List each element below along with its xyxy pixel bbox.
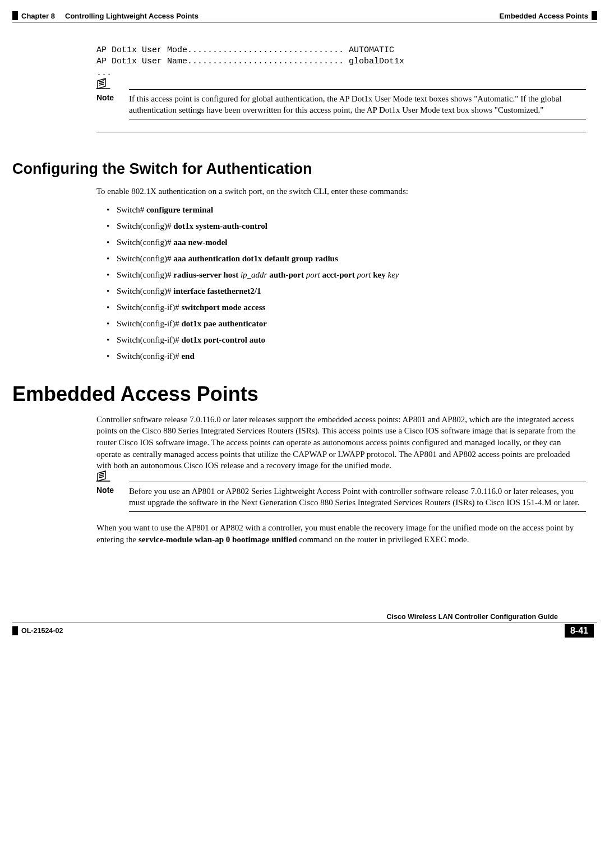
- note-icon: [95, 470, 111, 482]
- list-item: Switch(config-if)# dot1x pae authenticat…: [109, 318, 586, 330]
- list-item: Switch(config)# radius-server host ip_ad…: [109, 269, 586, 281]
- chapter-label: Chapter 8: [21, 12, 55, 20]
- list-item: Switch# configure terminal: [109, 204, 586, 216]
- footer-doc-id: OL-21524-02: [21, 627, 565, 635]
- header-ornament-right: [592, 11, 597, 20]
- note-block-1: Note If this access point is configured …: [96, 89, 586, 133]
- section3-para1: Controller software release 7.0.116.0 or…: [96, 414, 586, 472]
- note-text: If this access point is configured for g…: [129, 93, 586, 116]
- note-icon: [95, 77, 111, 90]
- list-item: Switch(config)# dot1x system-auth-contro…: [109, 220, 586, 232]
- note-block-2: Note Before you use an AP801 or AP802 Se…: [96, 482, 586, 513]
- running-head-right: Embedded Access Points: [500, 12, 588, 20]
- header-ornament-left: [12, 11, 18, 20]
- code-block: AP Dot1x User Mode......................…: [96, 45, 586, 79]
- list-item: Switch(config)# aaa new-model: [109, 237, 586, 248]
- list-item: Switch(config-if)# switchport mode acces…: [109, 302, 586, 313]
- list-item: Switch(config)# aaa authentication dot1x…: [109, 253, 586, 265]
- list-item: Switch(config-if)# dot1x port-control au…: [109, 334, 586, 346]
- chapter-title: Controlling Lightweight Access Points: [65, 12, 198, 20]
- page-header: Chapter 8 Controlling Lightweight Access…: [12, 11, 597, 20]
- page-footer: Cisco Wireless LAN Controller Configurat…: [12, 613, 597, 638]
- list-item: Switch(config-if)# end: [109, 350, 586, 362]
- note-label: Note: [96, 93, 114, 102]
- section-heading-embedded-ap: Embedded Access Points: [12, 382, 586, 406]
- section2-intro: To enable 802.1X authentication on a swi…: [96, 186, 586, 197]
- section-heading-switch-auth: Configuring the Switch for Authenticatio…: [12, 160, 586, 178]
- footer-ornament-left: [12, 626, 18, 635]
- command-list: Switch# configure terminal Switch(config…: [96, 204, 586, 362]
- note-label: Note: [96, 486, 114, 495]
- header-rule: [12, 22, 597, 22]
- page-number: 8-41: [565, 624, 594, 638]
- note-text: Before you use an AP801 or AP802 Series …: [129, 486, 586, 509]
- list-item: Switch(config)# interface fastethernet2/…: [109, 285, 586, 297]
- footer-guide-title: Cisco Wireless LAN Controller Configurat…: [12, 613, 597, 621]
- para-after-note2: When you want to use the AP801 or AP802 …: [96, 522, 586, 545]
